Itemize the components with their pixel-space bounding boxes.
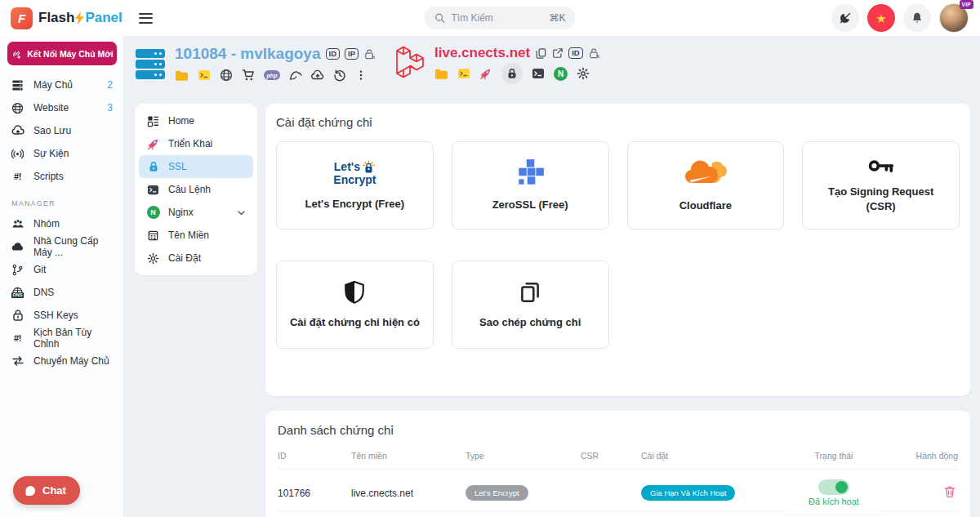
sidebar-item-su-kien[interactable]: Sự Kiện (0, 142, 123, 165)
sidebar-item-nha-cung-cap[interactable]: Nhà Cung Cấp Máy ... (0, 235, 123, 258)
main-sidebar: Kết Nối Máy Chủ Mới Máy Chủ 2 Website 3 … (0, 36, 124, 517)
server-title[interactable]: 101084 - mvlkagoya (175, 45, 321, 63)
status-label: Đã kích hoạt (808, 497, 859, 506)
lock-x-icon[interactable] (363, 48, 376, 60)
globe-icon (220, 69, 233, 82)
cell-id: 101766 (278, 474, 351, 511)
sidebar-item-chuyen-may-chu[interactable]: Chuyển Máy Chủ (0, 350, 123, 372)
history-icon (333, 69, 346, 82)
cloud-backup-icon (11, 124, 24, 137)
link-plus-icon (11, 48, 22, 60)
brand-panel: Panel (85, 10, 122, 26)
server-more-button[interactable] (355, 69, 367, 81)
laravel-logo-icon (395, 45, 428, 79)
search-input[interactable] (452, 12, 544, 24)
server-php-button[interactable]: php (264, 70, 280, 80)
card-cloudflare[interactable]: Cloudflare (627, 141, 785, 230)
menu-item-ssl[interactable]: SSL (139, 155, 253, 178)
col-csr: CSR (581, 437, 641, 470)
theme-toggle-button[interactable] (831, 4, 859, 32)
card-lets-encrypt[interactable]: Let's Encrypt Let's Encrypt (Free) (276, 141, 434, 230)
sidebar-item-kich-ban[interactable]: #! Kịch Bản Tùy Chỉnh (0, 327, 123, 350)
open-website-button[interactable] (552, 47, 564, 59)
main-content: 101084 - mvlkagoya ID IP php l (124, 36, 980, 517)
sidebar-item-sao-luu[interactable]: Sao Lưu (0, 119, 123, 142)
git-branch-icon (11, 264, 24, 276)
website-count-badge: 3 (107, 102, 113, 114)
website-commands-button[interactable] (532, 67, 545, 80)
terminal-icon (457, 67, 470, 80)
menu-item-trien-khai[interactable]: Triển Khai (139, 132, 253, 155)
server-mysql-button[interactable] (289, 69, 302, 82)
chat-button[interactable]: Chat (13, 476, 80, 505)
website-terminal-button[interactable] (457, 67, 470, 80)
terminal-dark-icon (146, 184, 160, 196)
cell-action (883, 474, 958, 511)
menu-item-nginx[interactable]: N Nginx (139, 201, 253, 224)
ssl-lock-icon (146, 160, 160, 173)
menu-item-cai-dat[interactable]: Cài Đặt (139, 247, 253, 270)
server-terminal-button[interactable] (198, 69, 211, 82)
ssl-settings-panel: Cài đặt chứng chỉ Let's Encrypt Let's En… (265, 104, 970, 396)
sidebar-item-ssh-keys[interactable]: SSH Keys (0, 304, 123, 327)
menu-item-home[interactable]: Home (139, 109, 253, 132)
server-marketplace-button[interactable] (242, 69, 255, 82)
transfer-icon (11, 354, 24, 368)
website-ssl-button-active[interactable] (501, 63, 523, 84)
copy-domain-button[interactable] (535, 47, 547, 60)
lock-icon (506, 67, 519, 80)
nginx-icon: N (554, 67, 568, 81)
server-network-button[interactable] (220, 69, 233, 82)
card-csr[interactable]: Tạo Signing Request (CSR) (802, 141, 960, 230)
card-copy-cert[interactable]: Sao chép chứng chỉ (452, 261, 609, 349)
server-stack-icon (136, 45, 165, 79)
server-files-button[interactable] (175, 69, 189, 82)
folder-icon (434, 67, 448, 81)
website-nginx-button[interactable]: N (554, 67, 568, 81)
server-history-button[interactable] (333, 69, 346, 82)
brand[interactable]: F Flash Panel (0, 7, 124, 29)
global-search[interactable]: ⌘K (425, 7, 576, 29)
sidebar-section-manager: MANAGER (11, 199, 123, 207)
website-deploy-button[interactable] (479, 67, 492, 80)
website-settings-button[interactable] (577, 67, 590, 80)
sidebar-item-website[interactable]: Website 3 (0, 96, 123, 119)
website-files-button[interactable] (434, 67, 448, 81)
trash-icon (943, 485, 956, 498)
dns-icon: DNS (11, 287, 24, 298)
language-button[interactable]: ★ (867, 4, 895, 32)
cell-csr (581, 474, 641, 511)
connect-new-server-button[interactable]: Kết Nối Máy Chủ Mới (7, 42, 117, 65)
zerossl-icon (514, 159, 546, 187)
renew-activate-button[interactable]: Gia Hạn Và Kích Hoạt (641, 485, 735, 501)
sidebar-item-nhom[interactable]: Nhóm (0, 212, 123, 235)
notifications-button[interactable] (903, 4, 931, 32)
delete-certificate-button[interactable] (942, 484, 958, 502)
server-id-badge[interactable]: ID (326, 48, 341, 60)
card-install-existing[interactable]: Cài đặt chứng chỉ hiện có (276, 261, 434, 349)
card-zerossl[interactable]: ZeroSSL (Free) (452, 141, 609, 230)
server-ip-badge[interactable]: IP (345, 48, 359, 60)
sidebar-item-dns[interactable]: DNS DNS (0, 281, 123, 304)
col-setting: Cài đặt (641, 437, 785, 470)
sidebar-item-may-chu[interactable]: Máy Chủ 2 (0, 74, 123, 96)
sidebar-item-git[interactable]: Git (0, 258, 123, 281)
certificate-list-panel: Danh sách chứng chỉ ID Tên miền Type CSR… (265, 411, 970, 517)
col-type: Type (466, 437, 581, 470)
user-menu[interactable]: VIP (939, 3, 969, 33)
lock-x-icon[interactable] (588, 47, 600, 60)
website-title[interactable]: live.cnects.net (434, 45, 530, 61)
cell-type: Let's Encrypt (466, 474, 581, 511)
sidebar-toggle-button[interactable] (136, 10, 156, 27)
server-backup-button[interactable] (311, 69, 324, 82)
mysql-icon (289, 69, 302, 82)
menu-item-cau-lenh[interactable]: Câu Lệnh (139, 178, 253, 201)
sidebar-item-scripts[interactable]: #! Scripts (0, 165, 123, 188)
menu-item-ten-mien[interactable]: Tên Miền (139, 224, 253, 247)
status-toggle[interactable] (818, 479, 849, 495)
cloud-icon (11, 240, 24, 253)
globe-icon (11, 102, 24, 114)
cloudflare-icon (682, 158, 729, 188)
search-icon (434, 12, 446, 24)
website-id-badge[interactable]: ID (568, 47, 583, 59)
